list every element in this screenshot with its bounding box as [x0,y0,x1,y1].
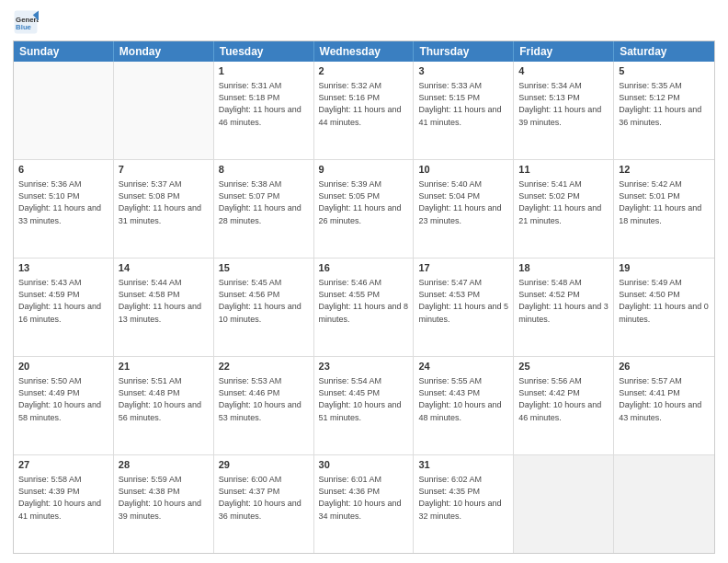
week-row-3: 13Sunrise: 5:43 AM Sunset: 4:59 PM Dayli… [14,259,714,357]
day-number: 25 [518,360,609,373]
calendar: SundayMondayTuesdayWednesdayThursdayFrid… [13,40,715,554]
day-detail: Sunrise: 5:39 AM Sunset: 5:05 PM Dayligh… [319,178,409,226]
day-detail: Sunrise: 5:32 AM Sunset: 5:16 PM Dayligh… [319,80,409,128]
day-number: 24 [418,360,508,373]
day-detail: Sunrise: 5:47 AM Sunset: 4:53 PM Dayligh… [418,277,508,325]
cal-cell-22: 22Sunrise: 5:53 AM Sunset: 4:46 PM Dayli… [214,357,314,454]
header-day-tuesday: Tuesday [214,41,314,62]
day-number: 5 [619,64,710,78]
cal-cell-30: 30Sunrise: 6:01 AM Sunset: 4:36 PM Dayli… [314,455,415,553]
day-number: 12 [619,163,710,177]
day-number: 15 [219,261,309,275]
cal-cell-empty-4-6 [614,455,714,553]
day-detail: Sunrise: 5:59 AM Sunset: 4:38 PM Dayligh… [119,474,209,522]
day-number: 7 [119,163,209,177]
cal-cell-7: 7Sunrise: 5:37 AM Sunset: 5:08 PM Daylig… [114,160,214,258]
day-number: 20 [18,360,108,373]
cal-cell-17: 17Sunrise: 5:47 AM Sunset: 4:53 PM Dayli… [414,259,514,356]
cal-cell-19: 19Sunrise: 5:49 AM Sunset: 4:50 PM Dayli… [614,259,714,356]
day-detail: Sunrise: 5:51 AM Sunset: 4:48 PM Dayligh… [119,375,209,423]
day-detail: Sunrise: 5:37 AM Sunset: 5:08 PM Dayligh… [119,178,209,226]
day-detail: Sunrise: 5:31 AM Sunset: 5:18 PM Dayligh… [219,80,309,128]
page: General Blue SundayMondayTuesdayWednesda… [0,0,728,563]
header-day-sunday: Sunday [14,41,114,62]
day-number: 4 [518,64,609,78]
cal-cell-4: 4Sunrise: 5:34 AM Sunset: 5:13 PM Daylig… [514,62,614,159]
cal-cell-25: 25Sunrise: 5:56 AM Sunset: 4:42 PM Dayli… [514,357,614,454]
day-number: 2 [319,64,409,78]
cal-cell-empty-4-5 [514,455,614,553]
day-detail: Sunrise: 5:33 AM Sunset: 5:15 PM Dayligh… [418,80,508,128]
header-day-wednesday: Wednesday [314,41,415,62]
header-day-friday: Friday [514,41,614,62]
day-detail: Sunrise: 6:02 AM Sunset: 4:35 PM Dayligh… [418,474,508,522]
week-row-2: 6Sunrise: 5:36 AM Sunset: 5:10 PM Daylig… [14,160,714,259]
day-detail: Sunrise: 5:50 AM Sunset: 4:49 PM Dayligh… [18,375,108,423]
day-detail: Sunrise: 5:43 AM Sunset: 4:59 PM Dayligh… [18,277,108,325]
day-number: 28 [119,458,209,472]
day-number: 13 [18,261,108,275]
day-number: 31 [418,458,508,472]
day-detail: Sunrise: 5:54 AM Sunset: 4:45 PM Dayligh… [319,375,409,423]
header-day-monday: Monday [114,41,214,62]
calendar-header-row: SundayMondayTuesdayWednesdayThursdayFrid… [14,41,714,62]
header-day-saturday: Saturday [614,41,714,62]
header-day-thursday: Thursday [414,41,514,62]
day-number: 16 [319,261,409,275]
day-number: 26 [619,360,710,373]
day-number: 21 [119,360,209,373]
day-number: 19 [619,261,710,275]
calendar-body: 1Sunrise: 5:31 AM Sunset: 5:18 PM Daylig… [14,62,714,553]
day-detail: Sunrise: 5:53 AM Sunset: 4:46 PM Dayligh… [219,375,309,423]
week-row-5: 27Sunrise: 5:58 AM Sunset: 4:39 PM Dayli… [14,455,714,553]
day-detail: Sunrise: 5:38 AM Sunset: 5:07 PM Dayligh… [219,178,309,226]
day-number: 30 [319,458,409,472]
cal-cell-14: 14Sunrise: 5:44 AM Sunset: 4:58 PM Dayli… [114,259,214,356]
day-detail: Sunrise: 5:44 AM Sunset: 4:58 PM Dayligh… [119,277,209,325]
svg-text:Blue: Blue [16,23,32,31]
day-number: 14 [119,261,209,275]
day-detail: Sunrise: 6:01 AM Sunset: 4:36 PM Dayligh… [319,474,409,522]
day-detail: Sunrise: 5:40 AM Sunset: 5:04 PM Dayligh… [418,178,508,226]
cal-cell-27: 27Sunrise: 5:58 AM Sunset: 4:39 PM Dayli… [14,455,114,553]
day-detail: Sunrise: 5:48 AM Sunset: 4:52 PM Dayligh… [518,277,609,325]
cal-cell-11: 11Sunrise: 5:41 AM Sunset: 5:02 PM Dayli… [514,160,614,258]
cal-cell-18: 18Sunrise: 5:48 AM Sunset: 4:52 PM Dayli… [514,259,614,356]
day-number: 27 [18,458,108,472]
day-number: 10 [418,163,508,177]
cal-cell-6: 6Sunrise: 5:36 AM Sunset: 5:10 PM Daylig… [14,160,114,258]
cal-cell-empty-0-1 [114,62,214,159]
day-detail: Sunrise: 5:57 AM Sunset: 4:41 PM Dayligh… [619,375,710,423]
cal-cell-1: 1Sunrise: 5:31 AM Sunset: 5:18 PM Daylig… [214,62,314,159]
day-number: 9 [319,163,409,177]
day-number: 6 [18,163,108,177]
day-number: 11 [518,163,609,177]
cal-cell-2: 2Sunrise: 5:32 AM Sunset: 5:16 PM Daylig… [314,62,415,159]
cal-cell-13: 13Sunrise: 5:43 AM Sunset: 4:59 PM Dayli… [14,259,114,356]
cal-cell-24: 24Sunrise: 5:55 AM Sunset: 4:43 PM Dayli… [414,357,514,454]
day-number: 17 [418,261,508,275]
day-detail: Sunrise: 5:34 AM Sunset: 5:13 PM Dayligh… [518,80,609,128]
day-number: 8 [219,163,309,177]
cal-cell-8: 8Sunrise: 5:38 AM Sunset: 5:07 PM Daylig… [214,160,314,258]
day-detail: Sunrise: 5:55 AM Sunset: 4:43 PM Dayligh… [418,375,508,423]
day-detail: Sunrise: 5:58 AM Sunset: 4:39 PM Dayligh… [18,474,108,522]
cal-cell-20: 20Sunrise: 5:50 AM Sunset: 4:49 PM Dayli… [14,357,114,454]
cal-cell-29: 29Sunrise: 6:00 AM Sunset: 4:37 PM Dayli… [214,455,314,553]
day-detail: Sunrise: 5:36 AM Sunset: 5:10 PM Dayligh… [18,178,108,226]
day-number: 23 [319,360,409,373]
day-number: 18 [518,261,609,275]
day-detail: Sunrise: 5:45 AM Sunset: 4:56 PM Dayligh… [219,277,309,325]
cal-cell-26: 26Sunrise: 5:57 AM Sunset: 4:41 PM Dayli… [614,357,714,454]
day-detail: Sunrise: 5:56 AM Sunset: 4:42 PM Dayligh… [518,375,609,423]
week-row-1: 1Sunrise: 5:31 AM Sunset: 5:18 PM Daylig… [14,62,714,160]
day-detail: Sunrise: 5:35 AM Sunset: 5:12 PM Dayligh… [619,80,710,128]
cal-cell-21: 21Sunrise: 5:51 AM Sunset: 4:48 PM Dayli… [114,357,214,454]
logo-icon: General Blue [13,9,39,35]
day-number: 1 [219,64,309,78]
week-row-4: 20Sunrise: 5:50 AM Sunset: 4:49 PM Dayli… [14,357,714,455]
day-detail: Sunrise: 5:49 AM Sunset: 4:50 PM Dayligh… [619,277,710,325]
day-detail: Sunrise: 5:41 AM Sunset: 5:02 PM Dayligh… [518,178,609,226]
cal-cell-31: 31Sunrise: 6:02 AM Sunset: 4:35 PM Dayli… [414,455,514,553]
cal-cell-15: 15Sunrise: 5:45 AM Sunset: 4:56 PM Dayli… [214,259,314,356]
